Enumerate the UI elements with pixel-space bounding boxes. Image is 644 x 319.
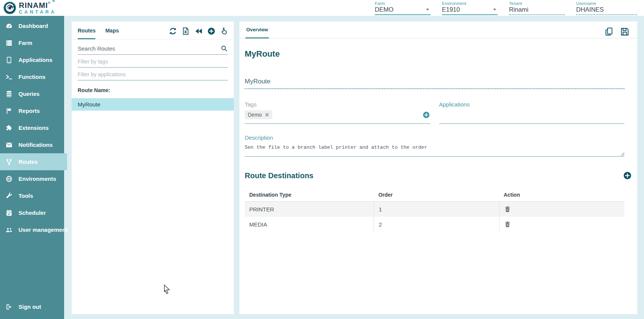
add-tag-icon[interactable]	[422, 111, 430, 119]
add-destination-icon[interactable]	[623, 171, 632, 180]
terminal-icon	[5, 73, 13, 81]
flag-icon	[5, 107, 13, 115]
brand-name: RINAMI	[19, 1, 48, 9]
sidebar-item-label: Scheduler	[18, 210, 46, 216]
sidebar-item-functions[interactable]: Functions	[0, 68, 64, 85]
farm-value: DEMO	[375, 6, 394, 13]
sidebar-item-farm[interactable]: Farm	[0, 34, 64, 51]
filter-applications-input[interactable]	[78, 71, 228, 77]
tablet-icon	[5, 56, 13, 64]
users-icon	[5, 226, 13, 234]
top-bar: RINAMI® CANTARA Farm DEMO Environment E1…	[0, 0, 644, 16]
refresh-icon[interactable]	[169, 27, 177, 35]
sidebar-item-label: Dashboard	[18, 23, 48, 29]
environment-select[interactable]: Environment E1910	[442, 1, 498, 15]
col-destination-type: Destination Type	[245, 188, 374, 201]
registered-mark: ®	[48, 1, 51, 5]
filter-tags-input[interactable]	[78, 59, 228, 65]
routes-list-panel: Routes Maps	[72, 22, 234, 314]
sidebar-item-applications[interactable]: Applications	[0, 51, 64, 68]
delete-row-icon[interactable]	[504, 205, 511, 213]
sidebar-item-label: Farm	[18, 40, 32, 46]
resize-handle-icon[interactable]	[621, 152, 624, 156]
cell-destination-type: PRINTER	[245, 202, 374, 217]
brand-logo: RINAMI® CANTARA	[3, 1, 56, 15]
username-field[interactable]: Username DHAINES	[576, 1, 637, 15]
sidebar-item-label: Functions	[18, 74, 46, 80]
filter-applications-row	[78, 68, 228, 80]
environment-value: E1910	[442, 6, 460, 13]
farm-select[interactable]: Farm DEMO	[375, 1, 431, 15]
username-value: DHAINES	[576, 6, 604, 13]
sidebar-item-label: Routes	[18, 159, 38, 165]
tenant-value: Rinami	[509, 6, 528, 13]
environment-label: Environment	[442, 1, 498, 6]
sidebar-item-tools[interactable]: Tools	[0, 187, 64, 204]
route-name-input[interactable]: MyRoute	[245, 78, 624, 89]
search-routes-input[interactable]	[78, 45, 213, 52]
description-textarea[interactable]: Sen the file to a branch label printer a…	[245, 145, 624, 150]
description-field: Description Sen the file to a branch lab…	[245, 134, 624, 157]
tenant-field[interactable]: Tenant Rinami	[509, 1, 565, 15]
username-label: Username	[576, 1, 637, 6]
sidebar-item-environments[interactable]: Environments	[0, 170, 64, 187]
route-name-header: Route Name:	[78, 87, 228, 98]
tag-chip-label: Demo	[248, 112, 262, 118]
database-icon	[5, 90, 13, 98]
table-row: PRINTER 1	[245, 202, 624, 217]
brand-subname: CANTARA	[19, 10, 56, 15]
cell-order: 1	[374, 202, 499, 217]
add-icon[interactable]	[207, 27, 216, 35]
search-icon[interactable]	[221, 45, 228, 52]
hand-icon[interactable]	[220, 27, 228, 35]
sidebar-item-label: Extensions	[18, 125, 49, 131]
cell-order: 2	[374, 217, 499, 232]
sidebar-item-scheduler[interactable]: Scheduler	[0, 204, 64, 221]
filter-tags-row	[78, 55, 228, 68]
sign-out-button[interactable]: Sign out	[0, 298, 64, 315]
copy-icon[interactable]	[604, 27, 614, 37]
sidebar-nav: Dashboard Farm Applications Functions Qu…	[0, 16, 64, 319]
rinami-logo-icon	[3, 1, 17, 15]
puzzle-icon	[5, 124, 13, 132]
rewind-icon[interactable]	[194, 27, 203, 35]
sign-out-label: Sign out	[18, 304, 41, 310]
server-icon	[5, 39, 13, 47]
sidebar-item-label: Environments	[18, 176, 56, 182]
sidebar-item-label: User management	[18, 227, 67, 233]
calendar-check-icon	[5, 209, 13, 217]
sidebar-item-reports[interactable]: Reports	[0, 102, 64, 119]
applications-field[interactable]: Applications	[439, 101, 625, 124]
tag-remove-icon[interactable]: ✕	[265, 112, 269, 118]
envelope-icon	[5, 141, 13, 149]
cell-destination-type: MEDIA	[245, 217, 374, 232]
page-title: MyRoute	[245, 49, 624, 59]
route-destinations-heading: Route Destinations	[245, 171, 313, 180]
tab-routes[interactable]: Routes	[78, 28, 95, 39]
sidebar-item-dashboard[interactable]: Dashboard	[0, 17, 64, 34]
applications-label: Applications	[439, 101, 625, 108]
tags-field: Tags Demo ✕	[245, 101, 430, 124]
farm-label: Farm	[375, 1, 431, 6]
sidebar-item-routes[interactable]: Routes	[0, 153, 67, 170]
sidebar-item-extensions[interactable]: Extensions	[0, 119, 64, 136]
globe-icon	[5, 175, 13, 183]
route-detail-panel: Overview MyRoute MyRoute Tags	[239, 22, 637, 314]
sidebar-item-notifications[interactable]: Notifications	[0, 136, 64, 153]
route-list-item-selected[interactable]: MyRoute	[72, 98, 234, 111]
session-fields: Farm DEMO Environment E1910 Tenant Rinam…	[375, 1, 637, 15]
sidebar-item-label: Applications	[18, 57, 52, 63]
sidebar-item-label: Reports	[18, 108, 40, 114]
tag-chip[interactable]: Demo ✕	[245, 110, 272, 119]
col-action: Action	[499, 188, 624, 201]
tab-overview[interactable]: Overview	[245, 27, 269, 39]
save-icon[interactable]	[620, 27, 630, 37]
app-root: RINAMI® CANTARA Farm DEMO Environment E1…	[0, 0, 644, 319]
sidebar-item-label: Notifications	[18, 142, 53, 148]
sidebar-item-queries[interactable]: Queries	[0, 85, 64, 102]
destinations-table: Destination Type Order Action PRINTER 1	[245, 188, 624, 232]
delete-row-icon[interactable]	[504, 220, 511, 228]
sidebar-item-user-management[interactable]: User management	[0, 221, 64, 238]
excel-export-icon[interactable]	[181, 27, 190, 35]
tab-maps[interactable]: Maps	[105, 28, 119, 39]
